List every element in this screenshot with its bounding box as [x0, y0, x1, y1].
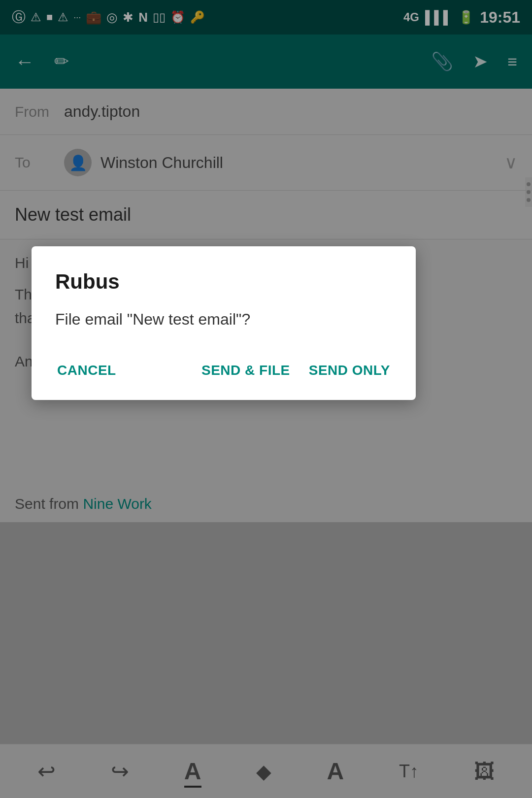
dialog-message: File email "New test email"?	[55, 307, 392, 331]
send-only-button[interactable]: SEND ONLY	[307, 359, 392, 382]
dialog: Rubus File email "New test email"? CANCE…	[32, 246, 416, 400]
dialog-title: Rubus	[55, 270, 392, 294]
send-file-button[interactable]: SEND & FILE	[200, 359, 292, 382]
dialog-actions: CANCEL SEND & FILE SEND ONLY	[55, 359, 392, 382]
cancel-button[interactable]: CANCEL	[55, 359, 118, 382]
